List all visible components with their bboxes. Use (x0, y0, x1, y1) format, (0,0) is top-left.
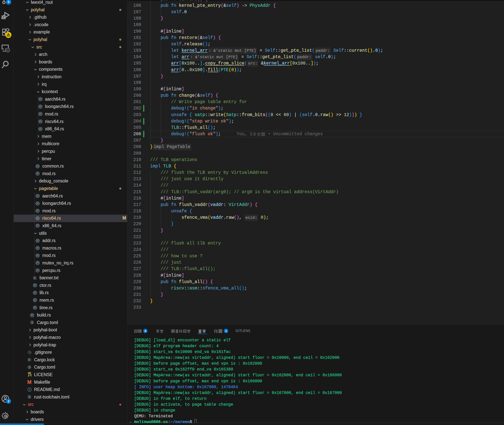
svg-text:R: R (34, 291, 36, 294)
svg-text:R: R (40, 97, 41, 101)
svg-text:R: R (40, 127, 41, 131)
svg-text:R: R (37, 261, 39, 265)
svg-text:R: R (40, 113, 41, 116)
svg-text:R: R (34, 299, 36, 302)
svg-text:R: R (37, 209, 39, 212)
svg-text:R: R (37, 254, 39, 257)
svg-text:R: R (34, 306, 36, 309)
svg-text:R: R (37, 239, 39, 242)
svg-text:R: R (37, 202, 39, 205)
svg-text:R: R (37, 165, 39, 168)
svg-text:R: R (37, 224, 39, 227)
svg-text:R: R (37, 172, 39, 175)
svg-text:R: R (31, 313, 33, 317)
svg-text:R: R (37, 217, 39, 220)
svg-text:R: R (37, 269, 39, 272)
svg-text:R: R (40, 105, 41, 108)
svg-text:R: R (40, 120, 41, 123)
svg-text:R: R (37, 194, 39, 198)
svg-text:R: R (34, 284, 36, 287)
svg-text:R: R (37, 246, 39, 250)
